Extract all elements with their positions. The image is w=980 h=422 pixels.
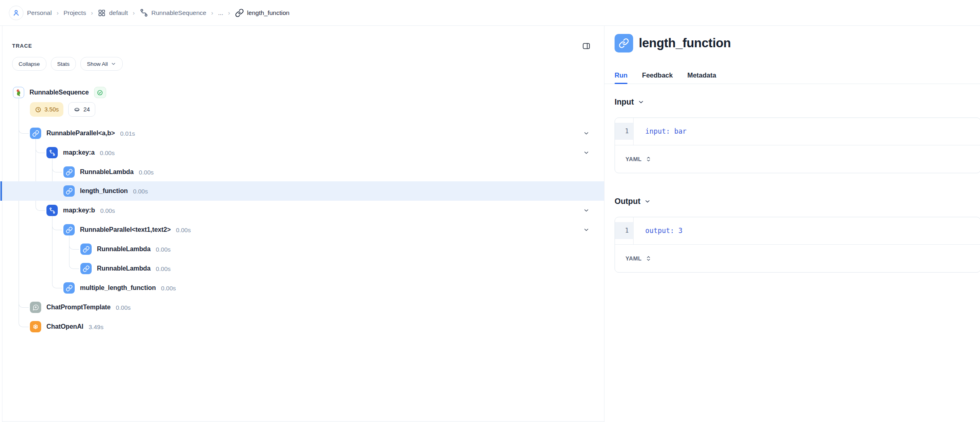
output-section-title: Output bbox=[615, 197, 640, 206]
breadcrumb-projects[interactable]: Projects bbox=[63, 9, 86, 17]
tree-row-duration: 0.01s bbox=[120, 130, 135, 137]
breadcrumb-root-run[interactable]: RunnableSequence bbox=[140, 8, 206, 17]
token-count-value: 24 bbox=[83, 106, 90, 113]
collapse-node-chevron[interactable] bbox=[583, 130, 590, 136]
line-number: 1 bbox=[615, 123, 633, 140]
input-code-box: 1 input: bar YAML bbox=[615, 118, 980, 173]
left-panel-border bbox=[2, 26, 2, 422]
tab-feedback[interactable]: Feedback bbox=[642, 67, 673, 84]
tab-feedback-label: Feedback bbox=[642, 71, 673, 79]
chevron-down-icon bbox=[644, 198, 651, 205]
output-code-box: 1 output: 3 YAML bbox=[615, 217, 980, 273]
tab-metadata-label: Metadata bbox=[687, 71, 716, 79]
grid-icon bbox=[98, 9, 106, 17]
tree-row-runnable-parallel-ab[interactable]: RunnableParallel<a,b> 0.01s bbox=[30, 124, 135, 143]
tree-row-runnable-lambda-1[interactable]: RunnableLambda 0.00s bbox=[63, 162, 154, 182]
breadcrumb-root-run-label: RunnableSequence bbox=[151, 9, 206, 17]
tree-row-runnable-lambda-3[interactable]: RunnableLambda 0.00s bbox=[80, 259, 171, 278]
tree-row-duration: 0.00s bbox=[100, 149, 115, 156]
tree-row-chat-openai[interactable]: ChatOpenAI 3.49s bbox=[30, 317, 103, 336]
tree-connector bbox=[69, 235, 79, 269]
tab-metadata[interactable]: Metadata bbox=[687, 67, 716, 84]
input-code-line: input: bar bbox=[633, 123, 686, 140]
panel-divider[interactable] bbox=[604, 26, 604, 422]
breadcrumb-ellipsis-label: ... bbox=[218, 9, 223, 17]
output-code-footer: YAML bbox=[615, 245, 980, 272]
collapse-panel-icon[interactable] bbox=[582, 42, 591, 50]
chain-link-icon bbox=[615, 34, 633, 52]
breadcrumb-project-default[interactable]: default bbox=[98, 9, 128, 17]
tree-row-length-function[interactable]: length_function 0.00s bbox=[63, 181, 148, 201]
tree-row-runnable-sequence[interactable]: RunnableSequence bbox=[13, 83, 106, 102]
tree-row-map-key-a[interactable]: map:key:a 0.00s bbox=[46, 143, 115, 162]
workflow-icon bbox=[140, 8, 148, 17]
tab-run-label: Run bbox=[615, 71, 627, 79]
breadcrumb-separator: › bbox=[227, 9, 231, 16]
output-format-label: YAML bbox=[625, 255, 642, 262]
tree-row-chat-prompt-template[interactable]: ChatPromptTemplate 0.00s bbox=[30, 298, 131, 317]
tree-row-runnable-parallel-text[interactable]: RunnableParallel<text1,text2> 0.00s bbox=[63, 220, 191, 239]
input-format-select[interactable]: YAML bbox=[625, 156, 652, 162]
workflow-icon bbox=[46, 147, 58, 158]
tree-row-runnable-lambda-2[interactable]: RunnableLambda 0.00s bbox=[80, 239, 171, 259]
trace-toolbar: Collapse Stats Show All bbox=[12, 57, 123, 71]
input-section-header[interactable]: Input bbox=[615, 97, 644, 107]
tree-row-label: length_function bbox=[80, 187, 128, 195]
tree-row-label: map:key:a bbox=[63, 149, 94, 156]
input-code-footer: YAML bbox=[615, 145, 980, 173]
code-gutter: 1 bbox=[615, 217, 634, 244]
line-number: 1 bbox=[615, 222, 633, 239]
code-gutter: 1 bbox=[615, 118, 634, 145]
breadcrumb-current-run[interactable]: length_function bbox=[235, 8, 290, 17]
tree-row-duration: 0.00s bbox=[139, 169, 154, 176]
clock-icon bbox=[35, 106, 42, 113]
output-section-header[interactable]: Output bbox=[615, 197, 651, 206]
user-avatar[interactable] bbox=[9, 6, 23, 20]
tab-run[interactable]: Run bbox=[615, 67, 627, 84]
breadcrumb-personal-label: Personal bbox=[27, 9, 52, 17]
collapse-node-chevron[interactable] bbox=[583, 149, 590, 156]
tree-row-multiple-length-function[interactable]: multiple_length_function 0.00s bbox=[63, 278, 176, 298]
tree-row-label: ChatOpenAI bbox=[46, 323, 83, 330]
chevron-down-icon bbox=[583, 227, 590, 233]
chain-link-icon bbox=[80, 263, 92, 274]
run-header: length_function bbox=[615, 34, 731, 52]
show-all-dropdown[interactable]: Show All bbox=[80, 57, 123, 71]
tree-row-label: ChatPromptTemplate bbox=[46, 304, 111, 311]
output-format-select[interactable]: YAML bbox=[625, 255, 652, 262]
tree-row-map-key-b[interactable]: map:key:b 0.00s bbox=[46, 201, 115, 220]
stats-button-label: Stats bbox=[57, 61, 70, 67]
tree-row-duration: 0.00s bbox=[100, 207, 115, 214]
breadcrumb-personal[interactable]: Personal bbox=[27, 9, 52, 17]
chevrons-up-down-icon bbox=[645, 255, 652, 262]
chain-link-icon bbox=[80, 244, 92, 255]
chain-link-icon bbox=[63, 166, 75, 178]
tree-row-duration: 0.00s bbox=[156, 265, 171, 272]
stats-button[interactable]: Stats bbox=[51, 57, 76, 71]
chevron-down-icon bbox=[638, 99, 644, 105]
parrot-icon bbox=[13, 87, 24, 98]
input-code-area[interactable]: 1 input: bar bbox=[615, 118, 980, 145]
latency-value: 3.50s bbox=[44, 106, 59, 113]
success-status-badge bbox=[94, 87, 106, 98]
output-code-area[interactable]: 1 output: 3 bbox=[615, 217, 980, 245]
latency-badge: 3.50s bbox=[30, 102, 63, 117]
root-run-badges: 3.50s 24 bbox=[30, 102, 95, 117]
tree-row-label: RunnableLambda bbox=[80, 168, 134, 176]
chain-link-icon bbox=[63, 224, 75, 235]
trace-panel-title: TRACE bbox=[12, 43, 32, 49]
chain-link-icon bbox=[63, 185, 75, 197]
collapse-node-chevron[interactable] bbox=[583, 207, 590, 214]
tree-row-label: map:key:b bbox=[63, 207, 95, 214]
output-code-line: output: 3 bbox=[633, 222, 682, 239]
chain-link-icon bbox=[63, 282, 75, 294]
token-count-badge: 24 bbox=[68, 102, 95, 117]
chevron-down-icon bbox=[583, 207, 590, 214]
tree-row-label: RunnableSequence bbox=[29, 89, 89, 96]
breadcrumb-ellipsis[interactable]: ... bbox=[218, 9, 223, 17]
collapse-button[interactable]: Collapse bbox=[12, 57, 46, 71]
breadcrumb-separator: › bbox=[210, 9, 214, 16]
breadcrumb-separator: › bbox=[132, 9, 136, 16]
breadcrumb-current-run-label: length_function bbox=[247, 9, 290, 17]
collapse-node-chevron[interactable] bbox=[583, 227, 590, 233]
